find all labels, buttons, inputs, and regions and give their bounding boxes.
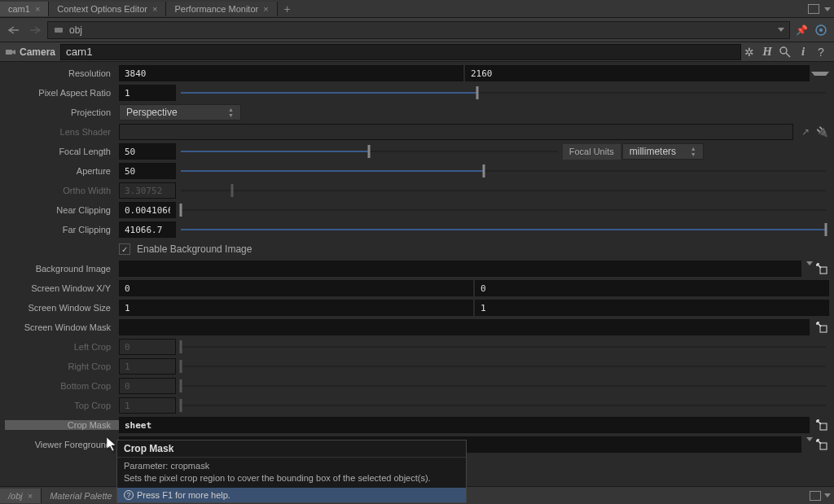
bottom-tab-obj[interactable]: /obj ×: [0, 489, 42, 503]
window-layout-icon[interactable]: [808, 4, 819, 14]
aperture-slider[interactable]: [181, 170, 826, 172]
close-icon[interactable]: ×: [263, 4, 268, 14]
crop-mask-input[interactable]: [119, 417, 810, 433]
param-label: Top Crop: [5, 401, 119, 410]
focal-length-input[interactable]: [119, 143, 176, 160]
ortho-width-input: [119, 182, 176, 199]
svg-rect-6: [820, 267, 827, 274]
dropdown-arrow-icon[interactable]: [778, 28, 784, 32]
dropdown-icon[interactable]: [806, 261, 813, 265]
bg-image-input[interactable]: [119, 261, 801, 277]
picker-icon[interactable]: [814, 418, 829, 432]
menu-triangle-icon[interactable]: [824, 493, 831, 497]
tab-performance-monitor[interactable]: Performance Monitor ×: [166, 2, 277, 16]
bottom-crop-slider: [181, 385, 826, 387]
param-right-crop: Right Crop: [0, 357, 834, 376]
param-near-clipping: Near Clipping: [0, 200, 834, 220]
path-toolbar: obj 📌: [0, 18, 834, 42]
screen-size-y-input[interactable]: [475, 300, 829, 316]
checkbox-icon: ✓: [119, 243, 130, 255]
param-label: Ortho Width: [5, 186, 119, 195]
camera-icon: [5, 46, 16, 58]
svg-rect-7: [820, 326, 827, 332]
resolution-x-input[interactable]: [119, 65, 463, 81]
enable-bg-checkbox[interactable]: ✓ Enable Background Image: [119, 243, 829, 255]
svg-rect-3: [6, 50, 12, 55]
picker-icon[interactable]: [814, 437, 829, 452]
param-screen-mask: Screen Window Mask: [0, 318, 834, 337]
tooltip-help-text: Press F1 for more help.: [137, 490, 230, 500]
gear-icon[interactable]: ✲: [741, 44, 757, 60]
houdini-icon[interactable]: H: [759, 44, 775, 60]
top-crop-input: [119, 397, 176, 414]
pixel-aspect-slider[interactable]: [181, 92, 826, 94]
tab-label: cam1: [8, 4, 30, 14]
path-input[interactable]: obj: [47, 21, 790, 39]
plug-icon: 🔌: [814, 125, 829, 139]
param-pixel-aspect: Pixel Aspect Ratio: [0, 83, 834, 103]
screen-x-input[interactable]: [119, 280, 473, 296]
projection-dropdown[interactable]: Perspective ▲▼: [119, 104, 241, 121]
param-enable-bg: ✓ Enable Background Image: [0, 239, 834, 259]
svg-point-4: [780, 47, 787, 54]
info-icon[interactable]: i: [795, 44, 811, 60]
top-tabbar: cam1 × Context Options Editor × Performa…: [0, 0, 834, 18]
bottom-tab-material-palette[interactable]: Material Palette: [42, 489, 121, 503]
aperture-input[interactable]: [119, 163, 176, 179]
dropdown-icon[interactable]: [811, 72, 829, 76]
param-screen-xy: Screen Window X/Y: [0, 278, 834, 298]
param-label: Near Clipping: [5, 205, 119, 215]
target-icon[interactable]: [813, 22, 829, 38]
param-far-clipping: Far Clipping: [0, 220, 834, 239]
top-crop-slider: [181, 405, 826, 406]
param-label: Left Crop: [5, 342, 119, 352]
focal-length-slider[interactable]: [181, 151, 558, 152]
node-icon: [53, 24, 64, 36]
node-name-input[interactable]: [60, 44, 741, 60]
chevron-updown-icon: ▲▼: [691, 146, 696, 157]
node-type-label: Camera: [5, 46, 55, 58]
param-label: Projection: [5, 107, 119, 117]
menu-triangle-icon[interactable]: [824, 7, 831, 11]
far-clipping-slider[interactable]: [181, 229, 826, 230]
param-label: Viewer Foreground: [5, 440, 119, 449]
param-label: Screen Window X/Y: [5, 283, 119, 293]
close-icon[interactable]: ×: [28, 491, 33, 501]
add-tab-button[interactable]: +: [278, 0, 297, 18]
near-clipping-input[interactable]: [119, 202, 176, 218]
jump-icon: ↗: [798, 125, 813, 139]
tooltip-footer: ? Press F1 for more help.: [117, 488, 466, 502]
help-icon[interactable]: ?: [813, 44, 829, 60]
picker-icon[interactable]: [814, 261, 829, 276]
back-button[interactable]: [5, 22, 23, 38]
param-lens-shader: Lens Shader ↗ 🔌: [0, 122, 834, 142]
far-clipping-input[interactable]: [119, 221, 176, 238]
search-icon[interactable]: [777, 44, 793, 60]
near-clipping-slider[interactable]: [181, 209, 826, 211]
param-focal-length: Focal Length Focal Units millimeters ▲▼: [0, 142, 834, 161]
svg-rect-8: [820, 423, 827, 430]
param-aperture: Aperture: [0, 161, 834, 181]
close-icon[interactable]: ×: [152, 4, 157, 14]
forward-button[interactable]: [26, 22, 44, 38]
close-icon[interactable]: ×: [35, 4, 40, 14]
tab-cam1[interactable]: cam1 ×: [0, 2, 49, 16]
param-left-crop: Left Crop: [0, 337, 834, 357]
window-layout-icon[interactable]: [810, 491, 821, 501]
param-label: Bottom Crop: [5, 381, 119, 391]
picker-icon[interactable]: [814, 320, 829, 335]
left-crop-slider: [181, 346, 826, 348]
pin-icon[interactable]: 📌: [793, 22, 810, 38]
param-screen-size: Screen Window Size: [0, 298, 834, 318]
pixel-aspect-input[interactable]: [119, 85, 176, 101]
tooltip-description: Sets the pixel crop region to cover the …: [124, 472, 459, 484]
tab-context-options[interactable]: Context Options Editor ×: [49, 2, 166, 16]
screen-mask-input[interactable]: [119, 319, 810, 335]
focal-units-dropdown[interactable]: millimeters ▲▼: [622, 143, 704, 160]
screen-size-x-input[interactable]: [119, 300, 473, 316]
param-label: Screen Window Mask: [5, 322, 119, 332]
screen-y-input[interactable]: [475, 280, 829, 296]
param-projection: Projection Perspective ▲▼: [0, 103, 834, 122]
resolution-y-input[interactable]: [465, 65, 810, 81]
dropdown-icon[interactable]: [806, 437, 813, 441]
